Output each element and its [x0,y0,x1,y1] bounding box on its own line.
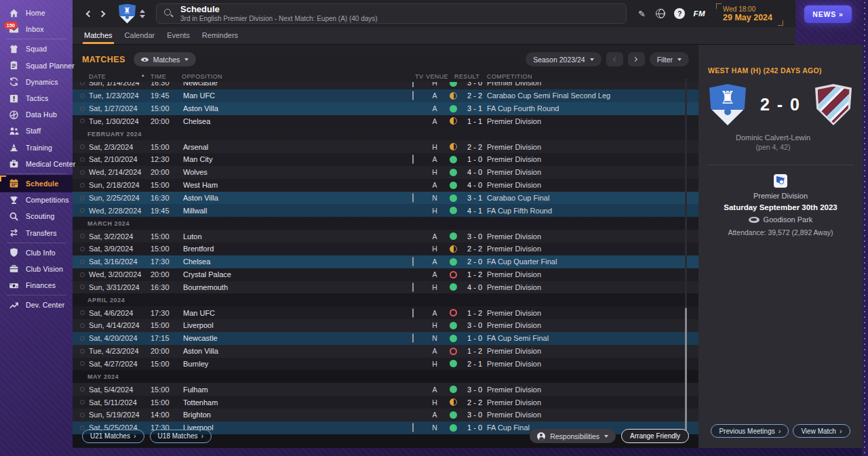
chevron-right-icon: › [778,428,781,435]
sidebar-item-finances[interactable]: Finances [0,277,73,293]
venue-line: Goodison Park [698,215,863,224]
match-row[interactable]: Wed, 2/28/2024 19:45 Millwall H 4 - 1 FA… [73,204,698,217]
match-time: 15:00 [151,321,170,329]
world-button[interactable] [651,9,670,18]
club-switcher-spinner[interactable] [140,9,145,18]
match-row[interactable]: Sat, 2/10/2024 12:30 Man City A 1 - 0 Pr… [73,153,698,166]
column-date[interactable]: DATE [89,73,106,80]
match-row[interactable]: Sun, 4/14/2024 15:00 Liverpool H 3 - 0 P… [73,319,698,332]
column-result[interactable]: RESULT [443,73,487,80]
match-row[interactable]: Sat, 5/11/2024 15:00 Tottenham H 2 - 2 P… [73,396,698,409]
tab-calendar[interactable]: Calendar [123,31,157,44]
venue-code: H [426,82,443,87]
forward-button[interactable] [96,6,111,21]
dynamics-icon [9,77,19,87]
match-row[interactable]: Sat, 1/27/2024 15:00 Aston Villa A 3 - 1… [73,102,698,115]
column-venue[interactable]: VENUE [426,73,443,80]
back-button[interactable] [81,6,96,21]
match-row[interactable]: Sat, 4/27/2024 15:00 Burnley H 2 - 1 Pre… [73,358,698,371]
match-status-icon [80,183,85,188]
sidebar-item-competitions[interactable]: Competitions [0,192,73,208]
sidebar-item-schedule[interactable]: Schedule [0,175,73,192]
sidebar-item-squad-planner[interactable]: Squad Planner [0,58,73,74]
view-filter-dropdown[interactable]: Matches [134,52,197,66]
match-row[interactable]: Tue, 1/30/2024 20:00 Chelsea A 1 - 1 Pre… [73,115,698,128]
column-opposition[interactable]: OPPOSITION [180,73,412,80]
match-row[interactable]: Sat, 5/4/2024 15:00 Fulham A 3 - 0 Premi… [73,383,698,396]
tab-matches[interactable]: Matches [83,31,114,44]
match-row[interactable]: Wed, 3/20/2024 20:00 Crystal Palace A 1 … [73,268,698,281]
match-row[interactable]: Sun, 3/31/2024 16:30 Bournemouth H 4 - 0… [73,281,698,294]
match-row[interactable]: Sun, 5/19/2024 14:00 Brighton A 3 - 0 Pr… [73,409,698,421]
news-button[interactable]: NEWS» [804,5,852,23]
column-tv[interactable]: TV [412,73,426,80]
responsibilities-dropdown[interactable]: Responsibilities [530,429,616,443]
match-row[interactable]: Sat, 3/16/2024 17:30 Chelsea A 2 - 0 FA … [73,255,698,268]
match-date: Tue, 1/30/2024 [89,117,151,125]
scorer-block: Dominic Calvert-Lewin (pen 4, 42) [698,133,863,151]
sidebar-item-home[interactable]: Home [0,5,73,21]
scrollbar-thumb[interactable] [685,308,687,439]
chevron-right-icon: › [840,428,842,435]
venue-code: A [426,347,443,355]
season-dropdown[interactable]: Season 2023/24 [526,52,601,66]
column-competition[interactable]: COMPETITION [487,73,698,80]
sidebar-item-scouting[interactable]: Scouting [0,208,73,224]
match-time: 16:30 [151,194,170,202]
search-icon [164,9,174,18]
match-row[interactable]: Sat, 4/6/2024 17:30 Man UFC A 1 - 2 Prem… [73,306,698,319]
result-win-icon [450,194,457,202]
match-row[interactable]: Tue, 1/23/2024 19:45 Man UFC A 2 - 2 Car… [73,89,698,102]
sidebar-divider [7,295,66,295]
sidebar-item-staff[interactable]: Staff [0,123,73,139]
sidebar-item-transfers[interactable]: Transfers [0,224,73,241]
club-crest-icon[interactable]: ♜ [119,4,136,24]
month-label: MAY 2024 [87,373,119,380]
match-date: Sat, 2/3/2024 [89,143,151,151]
chevron-left-icon [86,10,93,17]
match-row[interactable]: Sat, 3/2/2024 15:00 Luton A 3 - 0 Premie… [73,230,698,243]
match-row[interactable]: Wed, 2/14/2024 20:00 Wolves H 4 - 0 Prem… [73,166,698,179]
edit-button[interactable]: ✎ [632,9,651,19]
tab-reminders[interactable]: Reminders [201,31,239,44]
arrange-friendly-button[interactable]: Arrange Friendly [621,429,689,443]
search-title-box[interactable]: Schedule 3rd in English Premier Division… [156,3,627,24]
sidebar-item-squad[interactable]: Squad [0,41,73,57]
next-season-button[interactable] [628,52,645,66]
chevron-down-icon [590,58,594,61]
filter-dropdown[interactable]: Filter [650,52,689,66]
match-row[interactable]: Sat, 3/9/2024 15:00 Brentford H 2 - 2 Pr… [73,243,698,255]
match-row[interactable]: Sun, 2/25/2024 16:30 Aston Villa N 3 - 1… [73,192,698,205]
match-status-icon [80,247,85,251]
u21-matches-button[interactable]: U21 Matches› [82,430,144,443]
sidebar-item-club-info[interactable]: Club Info [0,245,73,261]
sidebar-item-medical-center[interactable]: Medical Center [0,156,73,172]
sidebar-item-tactics[interactable]: Tactics [0,90,73,106]
tab-events[interactable]: Events [165,31,191,44]
help-button[interactable]: ? [670,8,689,19]
column-time[interactable]: TIME [151,73,170,80]
sidebar-item-dynamics[interactable]: Dynamics [0,74,73,90]
sidebar-item-data-hub[interactable]: Data Hub [0,106,73,123]
match-row[interactable]: Sat, 4/20/2024 17:15 Newcastle N 1 - 0 F… [73,332,698,345]
match-status-icon [80,413,85,417]
match-row[interactable]: Sun, 1/14/2024 16:30 Newcastle H 3 - 0 P… [73,82,698,89]
previous-meetings-button[interactable]: Previous Meetings› [711,424,789,438]
previous-season-button[interactable] [606,52,623,66]
u18-matches-button[interactable]: U18 Matches› [150,430,212,443]
match-row[interactable]: Sat, 2/3/2024 15:00 Arsenal H 2 - 2 Prem… [73,140,698,153]
month-label: MARCH 2024 [87,220,130,227]
opposition-name: Bournemouth [180,283,412,291]
sidebar-item-inbox[interactable]: Inbox 150 [0,21,73,37]
result-win-icon [450,182,457,189]
match-row[interactable]: Tue, 4/23/2024 20:00 Aston Villa A 1 - 2… [73,345,698,358]
game-clock[interactable]: Wed 18:00 29 May 2024 [716,3,779,24]
opposition-name: Tottenham [180,398,412,407]
sidebar-item-club-vision[interactable]: Club Vision [0,261,73,277]
view-match-button[interactable]: View Match› [793,424,850,438]
sidebar-item-dev-center[interactable]: Dev. Center [0,297,73,313]
match-row[interactable]: Sun, 2/18/2024 15:00 West Ham A 4 - 0 Pr… [73,179,698,192]
result-draw-icon [450,398,457,406]
match-time: 20:00 [151,117,170,125]
sidebar-item-training[interactable]: Training [0,140,73,156]
